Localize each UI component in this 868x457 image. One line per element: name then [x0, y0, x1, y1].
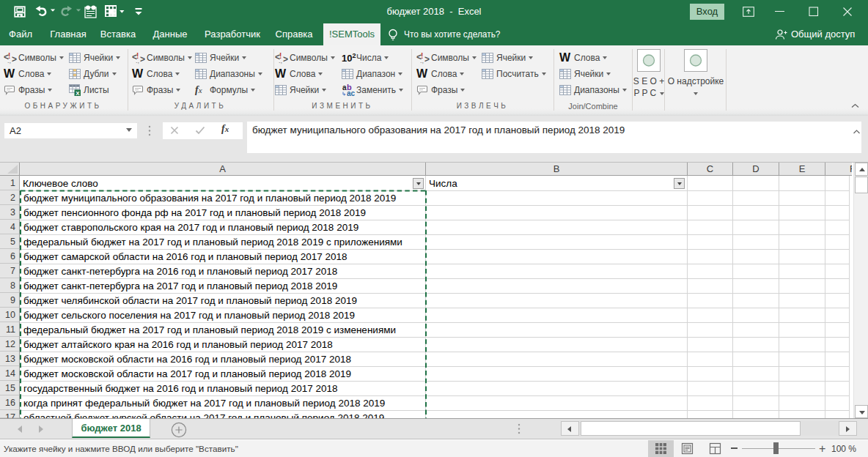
- svg-text:>: >: [12, 54, 17, 64]
- svg-text:X: X: [76, 90, 80, 96]
- svg-text:>: >: [424, 54, 430, 64]
- svg-text:.,: .,: [279, 57, 282, 64]
- svg-text:.,: .,: [420, 57, 424, 64]
- svg-text:>: >: [140, 54, 145, 64]
- svg-text:.,: .,: [136, 57, 139, 64]
- svg-text:>: >: [283, 54, 288, 64]
- svg-text:.,: .,: [7, 57, 11, 64]
- svg-text:ac: ac: [347, 89, 355, 97]
